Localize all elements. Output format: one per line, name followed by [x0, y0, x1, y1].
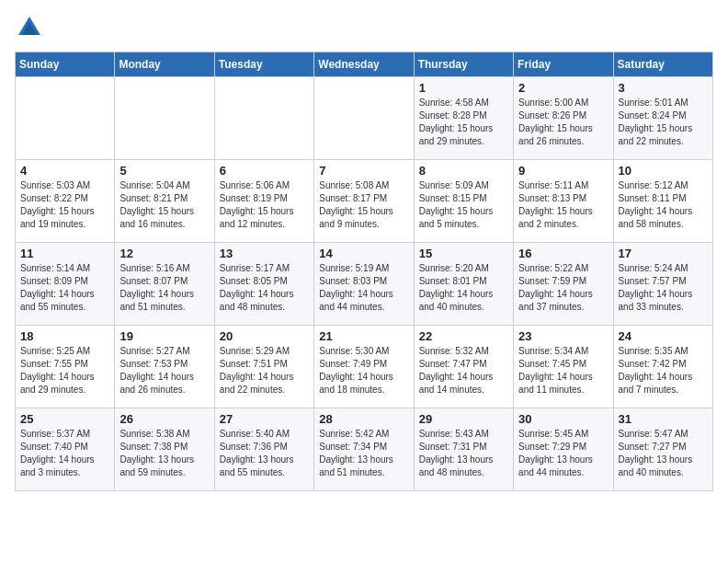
day-number: 11 [20, 247, 109, 260]
day-number: 30 [518, 412, 608, 426]
day-number: 15 [419, 247, 508, 260]
day-cell: 30Sunrise: 5:45 AM Sunset: 7:29 PM Dayli… [514, 408, 613, 491]
day-cell: 17Sunrise: 5:24 AM Sunset: 7:57 PM Dayli… [613, 243, 712, 326]
day-cell: 24Sunrise: 5:35 AM Sunset: 7:42 PM Dayli… [613, 326, 712, 408]
page-header [15, 15, 713, 40]
day-info: Sunrise: 5:09 AM Sunset: 8:15 PM Dayligh… [419, 179, 508, 231]
day-number: 17 [619, 247, 708, 260]
day-cell: 9Sunrise: 5:11 AM Sunset: 8:13 PM Daylig… [514, 160, 613, 243]
day-cell [115, 77, 214, 160]
day-info: Sunrise: 5:37 AM Sunset: 7:40 PM Dayligh… [20, 428, 109, 479]
day-number: 14 [319, 247, 408, 260]
weekday-header-sunday: Sunday [16, 52, 115, 77]
day-cell: 11Sunrise: 5:14 AM Sunset: 8:09 PM Dayli… [16, 243, 115, 326]
day-cell: 2Sunrise: 5:00 AM Sunset: 8:26 PM Daylig… [514, 77, 613, 160]
day-info: Sunrise: 5:29 AM Sunset: 7:51 PM Dayligh… [220, 345, 309, 396]
day-info: Sunrise: 5:45 AM Sunset: 7:29 PM Dayligh… [518, 428, 608, 479]
day-cell: 29Sunrise: 5:43 AM Sunset: 7:31 PM Dayli… [414, 408, 513, 491]
day-number: 27 [220, 412, 309, 426]
weekday-header-wednesday: Wednesday [314, 52, 414, 77]
day-cell: 21Sunrise: 5:30 AM Sunset: 7:49 PM Dayli… [314, 326, 414, 408]
day-cell: 18Sunrise: 5:25 AM Sunset: 7:55 PM Dayli… [16, 326, 115, 408]
day-info: Sunrise: 5:47 AM Sunset: 7:27 PM Dayligh… [619, 428, 708, 479]
day-info: Sunrise: 5:22 AM Sunset: 7:59 PM Dayligh… [518, 262, 608, 314]
day-info: Sunrise: 5:01 AM Sunset: 8:24 PM Dayligh… [619, 97, 708, 148]
day-number: 4 [20, 164, 109, 178]
weekday-header-row: SundayMondayTuesdayWednesdayThursdayFrid… [16, 52, 713, 77]
day-number: 13 [220, 247, 309, 260]
day-cell: 25Sunrise: 5:37 AM Sunset: 7:40 PM Dayli… [16, 408, 115, 491]
day-cell: 28Sunrise: 5:42 AM Sunset: 7:34 PM Dayli… [314, 408, 414, 491]
day-cell [314, 77, 414, 160]
day-info: Sunrise: 5:12 AM Sunset: 8:11 PM Dayligh… [619, 179, 708, 231]
day-info: Sunrise: 5:38 AM Sunset: 7:38 PM Dayligh… [119, 428, 209, 479]
day-cell: 23Sunrise: 5:34 AM Sunset: 7:45 PM Dayli… [514, 326, 613, 408]
day-cell: 8Sunrise: 5:09 AM Sunset: 8:15 PM Daylig… [414, 160, 513, 243]
day-cell: 31Sunrise: 5:47 AM Sunset: 7:27 PM Dayli… [613, 408, 712, 491]
day-info: Sunrise: 5:30 AM Sunset: 7:49 PM Dayligh… [319, 345, 408, 396]
day-number: 24 [619, 329, 708, 343]
day-number: 3 [619, 81, 708, 95]
logo [15, 15, 42, 40]
day-info: Sunrise: 5:40 AM Sunset: 7:36 PM Dayligh… [220, 428, 309, 479]
day-number: 21 [319, 329, 408, 343]
day-number: 29 [419, 412, 508, 426]
day-cell: 26Sunrise: 5:38 AM Sunset: 7:38 PM Dayli… [115, 408, 214, 491]
day-info: Sunrise: 5:32 AM Sunset: 7:47 PM Dayligh… [419, 345, 508, 396]
day-cell: 5Sunrise: 5:04 AM Sunset: 8:21 PM Daylig… [115, 160, 214, 243]
day-cell: 4Sunrise: 5:03 AM Sunset: 8:22 PM Daylig… [16, 160, 115, 243]
week-row-4: 18Sunrise: 5:25 AM Sunset: 7:55 PM Dayli… [16, 326, 713, 408]
weekday-header-saturday: Saturday [613, 52, 712, 77]
day-cell: 19Sunrise: 5:27 AM Sunset: 7:53 PM Dayli… [115, 326, 214, 408]
weekday-header-friday: Friday [514, 52, 613, 77]
day-number: 26 [119, 412, 209, 426]
day-cell: 14Sunrise: 5:19 AM Sunset: 8:03 PM Dayli… [314, 243, 414, 326]
day-info: Sunrise: 5:43 AM Sunset: 7:31 PM Dayligh… [419, 428, 508, 479]
day-info: Sunrise: 5:06 AM Sunset: 8:19 PM Dayligh… [220, 179, 309, 231]
day-number: 31 [619, 412, 708, 426]
day-info: Sunrise: 5:19 AM Sunset: 8:03 PM Dayligh… [319, 262, 408, 314]
day-cell: 22Sunrise: 5:32 AM Sunset: 7:47 PM Dayli… [414, 326, 513, 408]
day-info: Sunrise: 5:11 AM Sunset: 8:13 PM Dayligh… [518, 179, 608, 231]
day-number: 19 [119, 329, 209, 343]
logo-icon [17, 15, 42, 40]
day-cell: 7Sunrise: 5:08 AM Sunset: 8:17 PM Daylig… [314, 160, 414, 243]
day-number: 6 [220, 164, 309, 178]
day-number: 20 [220, 329, 309, 343]
day-cell: 27Sunrise: 5:40 AM Sunset: 7:36 PM Dayli… [214, 408, 313, 491]
day-number: 10 [619, 164, 708, 178]
day-info: Sunrise: 5:00 AM Sunset: 8:26 PM Dayligh… [518, 97, 608, 148]
weekday-header-tuesday: Tuesday [214, 52, 313, 77]
week-row-1: 1Sunrise: 4:58 AM Sunset: 8:28 PM Daylig… [16, 77, 713, 160]
week-row-5: 25Sunrise: 5:37 AM Sunset: 7:40 PM Dayli… [16, 408, 713, 491]
day-number: 5 [119, 164, 209, 178]
day-cell: 3Sunrise: 5:01 AM Sunset: 8:24 PM Daylig… [613, 77, 712, 160]
calendar-table: SundayMondayTuesdayWednesdayThursdayFrid… [15, 52, 713, 491]
day-number: 7 [319, 164, 408, 178]
day-number: 1 [419, 81, 508, 95]
day-info: Sunrise: 5:04 AM Sunset: 8:21 PM Dayligh… [119, 179, 209, 231]
weekday-header-monday: Monday [115, 52, 214, 77]
day-info: Sunrise: 5:35 AM Sunset: 7:42 PM Dayligh… [619, 345, 708, 396]
day-cell: 1Sunrise: 4:58 AM Sunset: 8:28 PM Daylig… [414, 77, 513, 160]
day-cell [214, 77, 313, 160]
day-number: 28 [319, 412, 408, 426]
day-cell: 10Sunrise: 5:12 AM Sunset: 8:11 PM Dayli… [613, 160, 712, 243]
day-number: 8 [419, 164, 508, 178]
day-info: Sunrise: 5:25 AM Sunset: 7:55 PM Dayligh… [20, 345, 109, 396]
day-cell: 13Sunrise: 5:17 AM Sunset: 8:05 PM Dayli… [214, 243, 313, 326]
day-number: 2 [518, 81, 608, 95]
week-row-2: 4Sunrise: 5:03 AM Sunset: 8:22 PM Daylig… [16, 160, 713, 243]
day-info: Sunrise: 5:20 AM Sunset: 8:01 PM Dayligh… [419, 262, 508, 314]
day-info: Sunrise: 5:14 AM Sunset: 8:09 PM Dayligh… [20, 262, 109, 314]
day-cell: 16Sunrise: 5:22 AM Sunset: 7:59 PM Dayli… [514, 243, 613, 326]
day-number: 25 [20, 412, 109, 426]
weekday-header-thursday: Thursday [414, 52, 513, 77]
week-row-3: 11Sunrise: 5:14 AM Sunset: 8:09 PM Dayli… [16, 243, 713, 326]
day-number: 16 [518, 247, 608, 260]
day-number: 22 [419, 329, 508, 343]
day-number: 18 [20, 329, 109, 343]
day-info: Sunrise: 5:42 AM Sunset: 7:34 PM Dayligh… [319, 428, 408, 479]
day-info: Sunrise: 4:58 AM Sunset: 8:28 PM Dayligh… [419, 97, 508, 148]
day-cell [16, 77, 115, 160]
